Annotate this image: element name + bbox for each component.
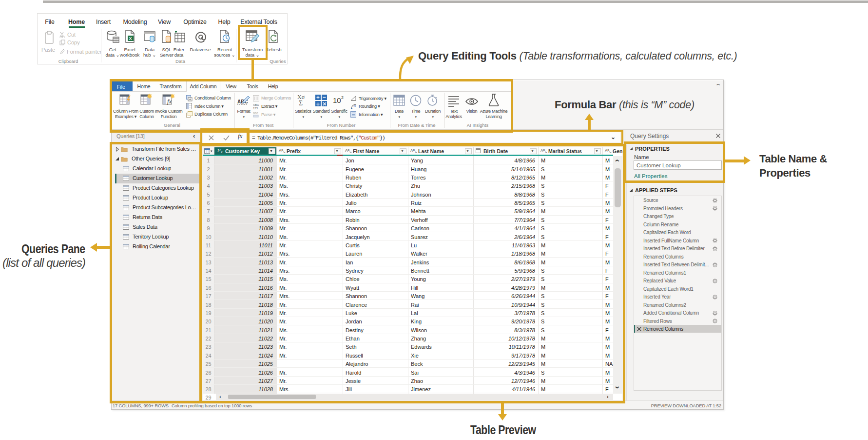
svg-text:.9: .9 [353,104,356,107]
svg-text:2: 2 [341,95,344,100]
svg-text:fx: fx [167,98,172,105]
svg-text:10: 10 [333,96,341,104]
svg-text:123: 123 [253,107,258,109]
svg-text:X: X [129,36,132,41]
svg-text:Σ: Σ [299,100,303,106]
svg-text:ABC: ABC [253,103,259,106]
svg-text:abc: abc [253,111,258,115]
